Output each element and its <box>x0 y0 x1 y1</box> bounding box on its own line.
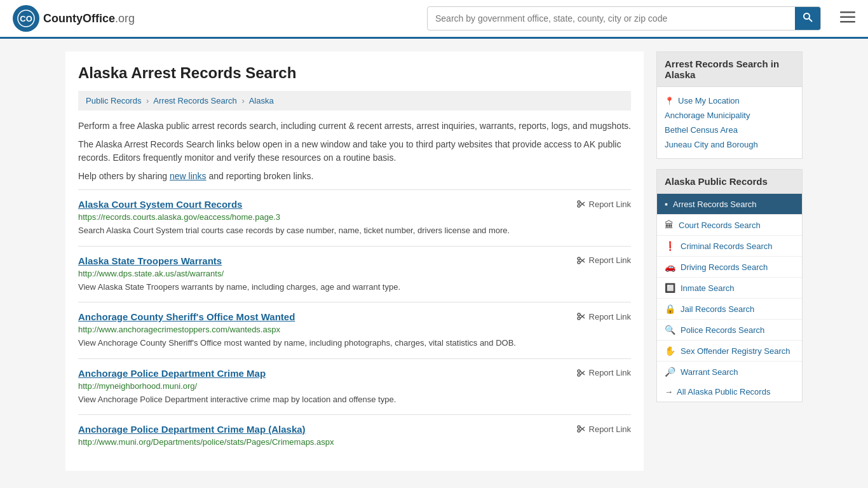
record-title-0[interactable]: Alaska Court System Court Records <box>78 199 242 210</box>
sidebar-juneau[interactable]: Juneau City and Borough <box>665 137 794 152</box>
breadcrumb: Public Records › Arrest Records Search ›… <box>78 91 631 111</box>
report-link-button-4[interactable]: Report Link <box>576 424 631 434</box>
sidebar-record-item-3[interactable]: 🚗 Driving Records Search <box>657 257 802 278</box>
report-link-button-0[interactable]: Report Link <box>576 199 631 209</box>
record-header: Anchorage Police Department Crime Map (A… <box>78 424 631 435</box>
inmate-icon: 🔲 <box>665 283 675 293</box>
svg-point-7 <box>578 201 580 203</box>
svg-point-2 <box>804 13 810 19</box>
record-title-1[interactable]: Alaska State Troopers Warrants <box>78 255 222 266</box>
location-pin-icon: 📍 <box>665 97 674 105</box>
svg-line-3 <box>809 18 812 22</box>
scissors-icon <box>576 199 586 209</box>
svg-rect-4 <box>840 11 855 13</box>
courthouse-icon: 🏛 <box>665 220 674 230</box>
svg-point-8 <box>578 205 580 207</box>
record-desc-1: View Alaska State Troopers warrants by n… <box>78 281 631 294</box>
sidebar-record-item-5[interactable]: 🔒 Jail Records Search <box>657 299 802 320</box>
record-url-1: http://www.dps.state.ak.us/ast/warrants/ <box>78 269 631 278</box>
use-my-location-link[interactable]: Use My Location <box>678 96 740 105</box>
bethel-link[interactable]: Bethel Census Area <box>665 125 738 135</box>
description: Perform a free Alaska public arrest reco… <box>78 119 631 183</box>
svg-point-23 <box>578 426 580 428</box>
page-title: Alaska Arrest Records Search <box>78 64 631 82</box>
sidebar-record-item-4[interactable]: 🔲 Inmate Search <box>657 278 802 299</box>
sidebar-record-link-3[interactable]: Driving Records Search <box>681 262 768 272</box>
sidebar-record-item-7[interactable]: ✋ Sex Offender Registry Search <box>657 341 802 362</box>
sidebar-record-item-6[interactable]: 🔍 Police Records Search <box>657 320 802 341</box>
magnifier-icon: 🔎 <box>665 367 675 377</box>
anchorage-link[interactable]: Anchorage Municipality <box>665 111 750 120</box>
breadcrumb-alaska[interactable]: Alaska <box>249 96 274 105</box>
sidebar-record-item-8[interactable]: 🔎 Warrant Search <box>657 362 802 382</box>
sidebar-record-link-8[interactable]: Warrant Search <box>681 367 738 377</box>
record-url-2: http://www.anchoragecrimestoppers.com/wa… <box>78 325 631 334</box>
record-header: Anchorage Police Department Crime Map Re… <box>78 368 631 379</box>
sidebar: Arrest Records Search in Alaska 📍 Use My… <box>656 51 803 471</box>
all-alaska-records-link[interactable]: All Alaska Public Records <box>677 387 770 396</box>
breadcrumb-public-records[interactable]: Public Records <box>86 96 141 105</box>
sidebar-record-link-7[interactable]: Sex Offender Registry Search <box>681 346 790 356</box>
sidebar-record-link-6[interactable]: Police Records Search <box>681 325 764 335</box>
record-item: Anchorage Police Department Crime Map Re… <box>78 358 631 415</box>
record-title-4[interactable]: Anchorage Police Department Crime Map (A… <box>78 424 306 435</box>
sidebar-use-my-location[interactable]: 📍 Use My Location <box>665 93 794 108</box>
scissors-icon <box>576 424 586 434</box>
records-list: Alaska Court System Court Records Report… <box>78 189 631 458</box>
sidebar-record-item-2[interactable]: ❗ Criminal Records Search <box>657 236 802 257</box>
record-item: Anchorage County Sheriff's Office Most W… <box>78 302 631 358</box>
sidebar-record-item-0[interactable]: ▪ Arrest Records Search <box>657 194 802 215</box>
svg-rect-6 <box>840 21 855 23</box>
record-url-3: http://myneighborhood.muni.org/ <box>78 381 631 391</box>
record-header: Alaska Court System Court Records Report… <box>78 199 631 210</box>
scissors-icon <box>576 255 586 266</box>
svg-point-24 <box>578 430 580 432</box>
juneau-link[interactable]: Juneau City and Borough <box>665 140 758 149</box>
svg-point-19 <box>578 370 580 372</box>
menu-button[interactable] <box>840 10 855 27</box>
record-desc-0: Search Alaska Court System trial courts … <box>78 224 631 237</box>
record-header: Alaska State Troopers Warrants Report Li… <box>78 255 631 266</box>
hand-icon: ✋ <box>665 346 675 356</box>
sidebar-public-records-title: Alaska Public Records <box>657 170 802 194</box>
sidebar-arrest-title: Arrest Records Search in Alaska <box>657 52 802 87</box>
record-desc-2: View Anchorage County Sheriff's Office m… <box>78 337 631 349</box>
record-item: Anchorage Police Department Crime Map (A… <box>78 414 631 458</box>
bookmark-icon: ▪ <box>665 199 668 209</box>
record-url-0: https://records.courts.alaska.gov/eacces… <box>78 212 631 222</box>
scissors-icon <box>576 368 586 378</box>
sidebar-record-link-4[interactable]: Inmate Search <box>681 283 735 293</box>
svg-rect-5 <box>840 17 855 18</box>
report-link-button-2[interactable]: Report Link <box>576 311 631 322</box>
record-title-2[interactable]: Anchorage County Sheriff's Office Most W… <box>78 311 295 322</box>
logo-icon: CO <box>13 5 39 32</box>
logo[interactable]: CO CountyOffice.org <box>13 5 135 32</box>
sidebar-record-link-1[interactable]: Court Records Search <box>679 220 761 230</box>
svg-point-12 <box>578 261 580 264</box>
new-links-link[interactable]: new links <box>170 171 207 181</box>
arrow-right-icon: → <box>665 387 673 396</box>
header: CO CountyOffice.org <box>0 0 868 39</box>
svg-text:CO: CO <box>20 14 32 24</box>
search-input[interactable] <box>428 8 795 29</box>
sidebar-record-item-1[interactable]: 🏛 Court Records Search <box>657 215 802 236</box>
report-link-button-3[interactable]: Report Link <box>576 368 631 378</box>
svg-point-16 <box>578 317 580 320</box>
sidebar-anchorage[interactable]: Anchorage Municipality <box>665 108 794 123</box>
sidebar-record-link-5[interactable]: Jail Records Search <box>681 304 754 314</box>
breadcrumb-arrest-records-search[interactable]: Arrest Records Search <box>153 96 237 105</box>
record-url-4: http://www.muni.org/Departments/police/s… <box>78 437 631 447</box>
exclamation-icon: ❗ <box>665 241 675 251</box>
report-link-button-1[interactable]: Report Link <box>576 255 631 266</box>
sidebar-record-link-2[interactable]: Criminal Records Search <box>681 241 773 251</box>
search-bar <box>427 6 821 30</box>
search-button[interactable] <box>795 7 820 30</box>
car-icon: 🚗 <box>665 262 675 272</box>
record-title-3[interactable]: Anchorage Police Department Crime Map <box>78 368 266 379</box>
record-header: Anchorage County Sheriff's Office Most W… <box>78 311 631 322</box>
scissors-icon <box>576 311 586 322</box>
sidebar-all-records[interactable]: → All Alaska Public Records <box>657 382 802 402</box>
sidebar-bethel[interactable]: Bethel Census Area <box>665 123 794 137</box>
sidebar-arrest-box: Arrest Records Search in Alaska 📍 Use My… <box>656 51 803 159</box>
sidebar-location-list: 📍 Use My Location Anchorage Municipality… <box>657 87 802 158</box>
